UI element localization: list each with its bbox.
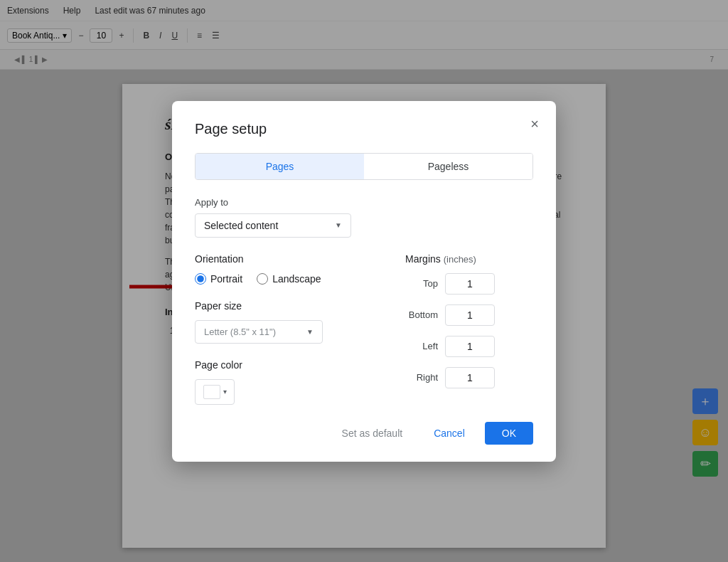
margin-top-row: Top — [405, 273, 533, 295]
apply-to-value: Selected content — [204, 220, 278, 231]
margin-bottom-input[interactable] — [445, 304, 495, 326]
landscape-label: Landscape — [272, 273, 321, 285]
page-setup-dialog: Page setup × Pages Pageless Apply to Sel… — [172, 101, 556, 462]
dialog-tabs: Pages Pageless — [195, 153, 533, 180]
margin-bottom-label: Bottom — [405, 309, 438, 320]
portrait-radio[interactable] — [195, 273, 206, 285]
close-button[interactable]: × — [528, 114, 542, 134]
margin-bottom-row: Bottom — [405, 304, 533, 326]
paper-size-label: Paper size — [195, 300, 377, 312]
set-as-default-button[interactable]: Set as default — [331, 422, 414, 445]
paper-size-dropdown[interactable]: Letter (8.5" x 11") ▼ — [195, 320, 323, 344]
orientation-label: Orientation — [195, 253, 377, 265]
margin-left-row: Left — [405, 336, 533, 357]
tab-pageless[interactable]: Pageless — [364, 154, 532, 179]
margin-right-input[interactable] — [445, 367, 495, 388]
margin-top-label: Top — [405, 278, 438, 289]
chevron-down-icon: ▼ — [335, 221, 342, 229]
dialog-right-column: Margins (inches) Top Bottom Left Right — [405, 253, 533, 405]
ok-button[interactable]: OK — [485, 422, 533, 445]
portrait-label: Portrait — [210, 273, 242, 285]
page-color-picker[interactable]: ▾ — [195, 379, 235, 405]
apply-to-dropdown[interactable]: Selected content ▼ — [195, 213, 351, 238]
orientation-portrait[interactable]: Portrait — [195, 273, 242, 285]
dialog-left-column: Orientation Portrait Landscape Paper siz… — [195, 253, 377, 405]
modal-overlay: Page setup × Pages Pageless Apply to Sel… — [0, 0, 728, 562]
margin-right-label: Right — [405, 372, 438, 383]
dialog-footer: Set as default Cancel OK — [195, 422, 533, 445]
margin-top-input[interactable] — [445, 273, 495, 295]
chevron-down-icon: ▾ — [223, 388, 227, 396]
cancel-button[interactable]: Cancel — [422, 422, 476, 445]
dialog-title: Page setup — [195, 121, 533, 137]
landscape-radio[interactable] — [257, 273, 268, 285]
orientation-radio-group: Portrait Landscape — [195, 273, 377, 285]
page-color-label: Page color — [195, 359, 377, 371]
margin-left-label: Left — [405, 341, 438, 351]
color-swatch — [203, 385, 220, 399]
margins-label: Margins (inches) — [405, 253, 533, 265]
paper-size-value: Letter (8.5" x 11") — [204, 327, 276, 337]
dialog-columns: Orientation Portrait Landscape Paper siz… — [195, 253, 533, 405]
orientation-landscape[interactable]: Landscape — [257, 273, 321, 285]
chevron-down-icon: ▼ — [306, 328, 314, 336]
apply-to-label: Apply to — [195, 197, 533, 208]
margin-right-row: Right — [405, 367, 533, 388]
margin-left-input[interactable] — [445, 336, 495, 357]
tab-pages[interactable]: Pages — [196, 154, 364, 179]
